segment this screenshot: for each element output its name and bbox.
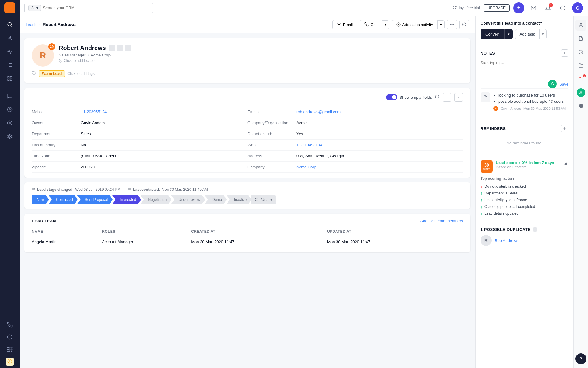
fr-icon-1[interactable]	[575, 20, 586, 31]
bell-icon[interactable]	[557, 2, 568, 13]
notes-add-button[interactable]: +	[561, 49, 568, 57]
stage-interested[interactable]: Interested	[112, 195, 141, 204]
fr-icon-4[interactable]	[575, 60, 586, 71]
stage-negotiation[interactable]: Negotiation	[141, 195, 172, 204]
factor-5-icon: ↑	[481, 211, 483, 216]
search-input[interactable]	[43, 6, 149, 10]
field-owner: Owner Gavin Anders	[32, 117, 247, 128]
stage-sent-proposal[interactable]: Sent Proposal	[77, 195, 113, 204]
social-icon-3[interactable]	[125, 45, 131, 51]
add-edit-team-link[interactable]: Add/Edit team members	[420, 219, 463, 223]
score-subtitle: Based on 5 factors	[496, 165, 554, 169]
fr-icon-5[interactable]	[575, 101, 586, 112]
col-updated: UPDATED AT	[327, 227, 463, 236]
sidebar-icon-apps[interactable]	[4, 343, 16, 355]
stage-inactive[interactable]: Inactive	[227, 195, 251, 204]
toggle-switch[interactable]	[386, 94, 397, 100]
notes-input[interactable]	[481, 60, 568, 79]
fr-icon-red[interactable]: 1	[575, 74, 586, 85]
settings-button[interactable]	[459, 20, 469, 29]
scoring-label: Top scoring factors:	[481, 176, 568, 181]
note-entry: looking to purchase for 10 users possibl…	[481, 88, 568, 115]
factor-3-icon: ↑	[481, 197, 483, 202]
fields-prev-arrow[interactable]: ‹	[443, 93, 451, 102]
fr-icon-2[interactable]	[575, 33, 586, 44]
company-value[interactable]: Acme Corp	[296, 165, 316, 169]
sidebar-icon-phone[interactable]	[4, 319, 16, 331]
more-options-button[interactable]: •••	[447, 20, 457, 29]
duplicate-name[interactable]: Rob Andrews	[495, 238, 518, 243]
factor-4-icon: ↑	[481, 204, 483, 209]
breadcrumb-bar: Leads › Robert Andrews Email Call ▾	[20, 16, 475, 33]
sidebar-icon-clock[interactable]	[4, 103, 16, 116]
user-avatar[interactable]: G	[572, 2, 583, 13]
sidebar-icon-contacts[interactable]	[4, 32, 16, 44]
help-button[interactable]: ?	[575, 353, 586, 364]
warm-lead-tag[interactable]: Warm Lead	[39, 70, 65, 77]
fr-icon-3[interactable]	[575, 47, 586, 58]
sidebar-icon-box[interactable]	[4, 130, 16, 143]
fields-search-icon[interactable]	[435, 94, 440, 100]
create-button[interactable]: +	[513, 2, 524, 13]
add-task-group[interactable]: Add task ▾	[515, 29, 547, 39]
stage-changed-meta: Lead stage changed: Wed 03 Jul, 2019 05:…	[32, 187, 120, 192]
show-empty-toggle[interactable]: Show empty fields	[386, 94, 432, 100]
reminders-add-button[interactable]: +	[561, 125, 568, 132]
notes-save-button[interactable]: Save	[559, 82, 568, 86]
owner-value: Gavin Anders	[81, 121, 105, 125]
convert-main-button[interactable]: Convert	[481, 29, 504, 39]
upgrade-button[interactable]: UPGRADE	[484, 4, 510, 12]
stage-under-review[interactable]: Under review	[171, 195, 205, 204]
stage-demo[interactable]: Demo	[205, 195, 227, 204]
app-logo[interactable]: F	[4, 2, 15, 13]
lead-info: Robert Andrews Sales Manager • Acme Corp	[59, 44, 463, 63]
factor-2-text: Department is Sales	[484, 191, 518, 195]
mobile-value[interactable]: +1-203955124	[81, 109, 107, 114]
sidebar-icon-chat[interactable]	[4, 90, 16, 102]
sidebar-icon-activity[interactable]	[4, 45, 16, 58]
add-activity-action[interactable]: Add sales activity ▾	[392, 20, 445, 29]
convert-chevron-button[interactable]: ▾	[504, 29, 513, 39]
sidebar-icon-settings[interactable]	[4, 117, 16, 129]
call-action[interactable]: Call ▾	[360, 20, 389, 29]
duplicate-avatar: R	[481, 235, 492, 246]
call-chevron[interactable]: ▾	[382, 20, 389, 29]
social-icon-1[interactable]	[109, 45, 115, 51]
factor-5: ↑ Lead details updated	[481, 210, 568, 217]
stage-contacted[interactable]: Contacted	[49, 195, 78, 204]
lead-location[interactable]: Click to add location	[59, 59, 463, 63]
work-value[interactable]: +1-210498104	[296, 143, 322, 147]
email-nav-icon[interactable]	[528, 2, 539, 13]
main-area: All ▾ 27 days free trial UPGRADE + 1 G L…	[20, 0, 588, 368]
search-filter-badge[interactable]: All ▾	[28, 5, 41, 11]
emails-value[interactable]: rob.andrews@gmail.com	[296, 109, 341, 114]
social-icon-2[interactable]	[117, 45, 123, 51]
add-activity-button[interactable]: Add sales activity	[392, 20, 438, 29]
add-task-button[interactable]: Add task	[515, 29, 540, 39]
sidebar-icon-list[interactable]	[4, 59, 16, 71]
stage-meta: Lead stage changed: Wed 03 Jul, 2019 05:…	[32, 187, 463, 192]
sidebar-icon-search[interactable]	[4, 18, 16, 31]
call-button[interactable]: Call	[360, 20, 382, 29]
stage-more[interactable]: C.../Un... ▾	[251, 195, 276, 204]
sidebar-icon-chat2[interactable]	[4, 331, 16, 343]
duplicate-info-icon[interactable]: i	[533, 227, 537, 232]
add-tag-text[interactable]: Click to add tags	[67, 71, 95, 76]
lead-name-row: Robert Andrews	[59, 44, 463, 52]
email-button[interactable]: Email	[332, 20, 358, 29]
convert-button-group[interactable]: Convert ▾	[481, 29, 513, 39]
fields-next-arrow[interactable]: ›	[454, 93, 463, 102]
search-bar[interactable]: All ▾	[24, 3, 153, 13]
breadcrumb-parent[interactable]: Leads	[26, 22, 36, 27]
convert-card: Convert this lead into a contact? Conver…	[476, 16, 573, 44]
team-table: NAME ROLES CREATED AT UPDATED AT Angela …	[32, 227, 463, 247]
sidebar-icon-grid[interactable]	[4, 72, 16, 85]
add-task-chevron-button[interactable]: ▾	[540, 29, 547, 39]
score-collapse-button[interactable]: ▲	[564, 160, 568, 166]
notification-icon[interactable]: 1	[543, 2, 554, 13]
duplicate-title: 1 POSSIBLE DUPLICATE	[481, 227, 531, 232]
email-action[interactable]: Email	[332, 20, 358, 29]
stage-new[interactable]: New	[32, 195, 49, 204]
fr-icon-green[interactable]	[575, 87, 586, 98]
add-activity-chevron[interactable]: ▾	[438, 20, 445, 29]
